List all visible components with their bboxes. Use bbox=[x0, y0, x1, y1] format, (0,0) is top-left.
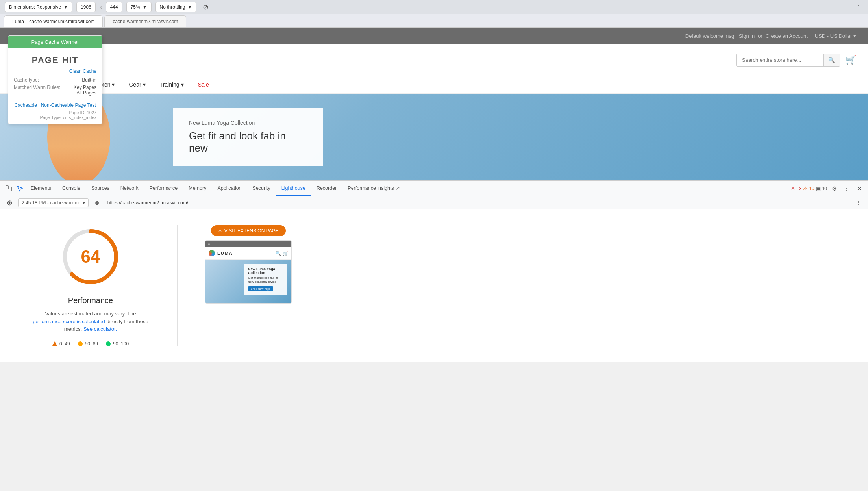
throttle-label: No throttling bbox=[160, 4, 185, 10]
tab-elements[interactable]: Elements bbox=[25, 181, 57, 196]
tab-label: Luma – cache-warmer.m2.mirasvit.com bbox=[12, 19, 94, 24]
legend-low-icon bbox=[52, 341, 57, 346]
nav-label: Training bbox=[160, 82, 180, 88]
matched-rules-label: Matched Warm Rules: bbox=[14, 85, 60, 96]
devtools-secondary-bar: ⊕ 2:45:18 PM - cache-warmer. ▾ ⊗ https:/… bbox=[0, 196, 868, 209]
cart-icon[interactable]: 🛒 bbox=[846, 55, 856, 65]
perf-insights-icon: ↗ bbox=[396, 185, 400, 191]
tab-network[interactable]: Network bbox=[115, 181, 144, 196]
devtools-tabs: Elements Console Sources Network Perform… bbox=[25, 181, 791, 196]
cacheable-link[interactable]: Cacheable bbox=[14, 102, 37, 108]
preview-logo-icon bbox=[209, 250, 215, 256]
viewport-width[interactable]: 1906 bbox=[76, 2, 96, 12]
preview-hero: New Luma Yoga Collection Get fit and loo… bbox=[205, 260, 291, 303]
lighthouse-section-divider bbox=[177, 225, 178, 346]
dropdown-icon: ▼ bbox=[63, 4, 68, 10]
tab-memory[interactable]: Memory bbox=[183, 181, 212, 196]
warning-count: 10 bbox=[809, 186, 814, 191]
performance-description: Values are estimated and may vary. The p… bbox=[31, 310, 150, 333]
devtools-panel: Elements Console Sources Network Perform… bbox=[0, 180, 868, 362]
browser-toolbar: Dimensions: Responsive ▼ 1906 x 444 75% … bbox=[0, 0, 868, 14]
add-session-btn[interactable]: ⊕ bbox=[4, 197, 15, 208]
luma-search-bar[interactable]: 🔍 bbox=[736, 54, 840, 67]
welcome-msg: Default welcome msg! bbox=[685, 33, 736, 39]
tab-performance[interactable]: Performance bbox=[144, 181, 183, 196]
tab-sources[interactable]: Sources bbox=[86, 181, 115, 196]
hero-text-box: New Luma Yoga Collection Get fit and loo… bbox=[173, 108, 323, 166]
non-cacheable-link[interactable]: Non-Cacheable bbox=[41, 102, 74, 108]
legend-low: 0–49 bbox=[52, 341, 70, 346]
warning-icon: ⚠ bbox=[803, 185, 808, 191]
visit-ext-icon: ✶ bbox=[218, 228, 222, 233]
perf-desc-text: Values are estimated and may vary. The bbox=[45, 311, 136, 317]
legend-mid: 50–89 bbox=[78, 341, 98, 346]
cache-type-value: Built-in bbox=[82, 77, 96, 83]
session-dropdown[interactable]: 2:45:18 PM - cache-warmer. ▾ bbox=[18, 198, 89, 207]
tab-console[interactable]: Console bbox=[57, 181, 86, 196]
info-count-badge: ▣ 10 bbox=[816, 185, 827, 191]
tab-recorder[interactable]: Recorder bbox=[311, 181, 342, 196]
settings-btn[interactable]: ⚙ bbox=[829, 183, 840, 194]
preview-hamburger: ≡ bbox=[208, 242, 210, 246]
chevron-down-icon: ▾ bbox=[143, 82, 146, 88]
dimension-x: x bbox=[100, 4, 102, 10]
chevron-down-icon: ▾ bbox=[112, 82, 115, 88]
lighthouse-preview-section: ✶ VISIT EXTENSION PAGE ≡ LUMA 🔍 🛒 bbox=[205, 225, 292, 304]
browser-tab-active[interactable]: Luma – cache-warmer.m2.mirasvit.com bbox=[4, 15, 103, 27]
currency-selector[interactable]: USD - US Dollar ▾ bbox=[815, 33, 856, 39]
more-session-options[interactable]: ⋮ bbox=[853, 197, 864, 208]
nav-item-training[interactable]: Training ▾ bbox=[153, 76, 191, 93]
zoom-selector[interactable]: 75% ▼ bbox=[126, 2, 152, 12]
page-test-link[interactable]: Page Test bbox=[75, 102, 96, 108]
score-legend: 0–49 50–89 90–100 bbox=[52, 341, 129, 346]
performance-label: Performance bbox=[68, 296, 113, 305]
tab-application[interactable]: Application bbox=[212, 181, 247, 196]
search-button[interactable]: 🔍 bbox=[823, 54, 840, 66]
visit-ext-label: VISIT EXTENSION PAGE bbox=[224, 228, 279, 233]
cache-page-type: Page Type: cms_index_index bbox=[14, 115, 96, 120]
dimensions-selector[interactable]: Dimensions: Responsive ▼ bbox=[5, 2, 72, 12]
more-options-btn[interactable]: ⋮ bbox=[853, 3, 863, 11]
cache-warmer-title: Page Cache Warmer bbox=[8, 36, 102, 48]
tab-performance-insights[interactable]: Performance insights ↗ bbox=[342, 181, 405, 196]
search-input[interactable] bbox=[737, 54, 823, 66]
clear-btn[interactable]: ⊗ bbox=[92, 197, 103, 208]
perf-score-link[interactable]: performance score is calculated bbox=[33, 319, 105, 324]
legend-mid-icon bbox=[78, 341, 83, 346]
signin-link[interactable]: Sign In bbox=[739, 33, 755, 39]
tab-security[interactable]: Security bbox=[247, 181, 276, 196]
calculator-link[interactable]: See calculator. bbox=[83, 326, 117, 332]
devtools-tab-bar: Elements Console Sources Network Perform… bbox=[0, 181, 868, 196]
info-count: 10 bbox=[822, 186, 827, 191]
tab-bar: Luma – cache-warmer.m2.mirasvit.com cach… bbox=[0, 14, 868, 28]
devtools-toggle-btn[interactable] bbox=[3, 183, 14, 194]
devtools-url: https://cache-warmer.m2.mirasvit.com/ bbox=[106, 199, 850, 206]
cache-type-label: Cache type: bbox=[14, 77, 39, 83]
lighthouse-score-section: 64 Performance Values are estimated and … bbox=[31, 225, 150, 346]
throttle-selector[interactable]: No throttling ▼ bbox=[155, 2, 197, 12]
more-tools-btn[interactable]: ⋮ bbox=[841, 183, 852, 194]
tab-lighthouse[interactable]: Lighthouse bbox=[276, 181, 311, 196]
legend-high-icon bbox=[106, 341, 111, 346]
legend-low-range: 0–49 bbox=[59, 341, 70, 346]
clean-cache-link[interactable]: Clean Cache bbox=[14, 69, 96, 74]
preview-hero-cta[interactable]: Shop New Yoga bbox=[248, 286, 273, 291]
session-dropdown-arrow: ▾ bbox=[83, 200, 85, 206]
create-account-link[interactable]: Create an Account bbox=[766, 33, 808, 39]
nav-item-sale[interactable]: Sale bbox=[191, 76, 216, 93]
devtools-cursor-btn[interactable] bbox=[14, 183, 25, 194]
throttle-dropdown-icon: ▼ bbox=[187, 4, 192, 10]
info-icon: ▣ bbox=[816, 185, 821, 191]
legend-mid-range: 50–89 bbox=[85, 341, 98, 346]
close-devtools-btn[interactable]: ✕ bbox=[854, 183, 865, 194]
browser-tab-2[interactable]: cache-warmer.m2.mirasvit.com bbox=[104, 15, 186, 27]
cache-status: PAGE HIT bbox=[14, 55, 96, 65]
height-value: 444 bbox=[110, 4, 118, 10]
nav-item-gear[interactable]: Gear ▾ bbox=[122, 76, 152, 93]
preview-topbar: ≡ bbox=[205, 241, 291, 247]
visit-extension-btn[interactable]: ✶ VISIT EXTENSION PAGE bbox=[211, 225, 286, 236]
no-override-btn[interactable]: ⊘ bbox=[200, 2, 211, 12]
viewport-height[interactable]: 444 bbox=[106, 2, 122, 12]
zoom-dropdown-icon: ▼ bbox=[143, 4, 147, 10]
preview-hero-title: Get fit and look fab in new seasonal sty… bbox=[248, 276, 283, 284]
